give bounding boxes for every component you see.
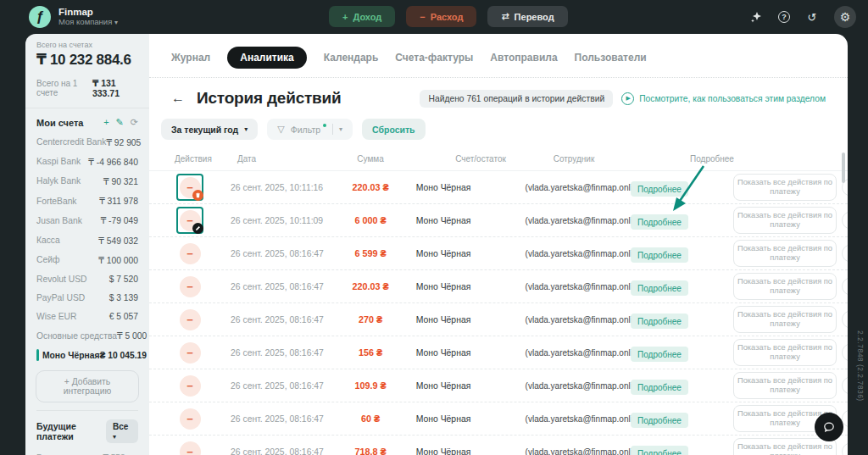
- cancel-button[interactable]: Отмена: [842, 278, 848, 296]
- show-all-actions-button[interactable]: Показать все действия по платежу: [733, 339, 837, 366]
- details-badge[interactable]: Подробнее: [631, 413, 688, 428]
- nav-tab[interactable]: Журнал: [171, 52, 210, 64]
- account-list-item[interactable]: PayPal USD $ 3 139: [25, 289, 149, 308]
- transfer-button[interactable]: ⇄Перевод: [487, 6, 567, 27]
- show-all-actions-button[interactable]: Показать все действия по платежу: [733, 174, 837, 201]
- future-row: Будущие доходы ▾ ₸ 558 000: [25, 448, 149, 455]
- help-icon[interactable]: ?: [778, 11, 790, 23]
- table-header-row: Действия Дата Сумма Счет/остаток Сотрудн…: [149, 152, 848, 170]
- show-all-actions-button[interactable]: Показать все действия по платежу: [733, 372, 837, 399]
- account-list-item[interactable]: Halyk Bank ₸ 90 321: [25, 171, 149, 191]
- income-button[interactable]: +Доход: [329, 6, 395, 27]
- add-account-icon[interactable]: +: [103, 117, 108, 128]
- nav-tab[interactable]: Счета-фактуры: [395, 52, 473, 64]
- account-list-item[interactable]: Сейф ₸ 100 000: [25, 250, 149, 269]
- expense-minus-icon[interactable]: −: [180, 342, 201, 363]
- company-selector[interactable]: Моя компания ▾: [58, 17, 118, 27]
- table-row: − 26 сент. 2025, 08:16:47 718.8 ₴ Моно Ч…: [149, 436, 848, 455]
- expense-button[interactable]: −Расход: [406, 6, 476, 27]
- show-all-actions-button[interactable]: Показать все действия по платежу: [733, 273, 837, 300]
- expense-minus-icon[interactable]: −: [180, 408, 201, 430]
- account-balance: ₸ 90 321: [103, 176, 138, 186]
- cancel-button[interactable]: Отмена: [842, 245, 848, 263]
- add-integration-button[interactable]: + Добавить интеграцию: [36, 370, 139, 402]
- finmap-logo-icon[interactable]: ƒ: [29, 6, 51, 28]
- cancel-button[interactable]: Отмена: [842, 443, 848, 455]
- details-badge[interactable]: Подробнее: [631, 181, 688, 197]
- row-account: Моно Чёрная: [416, 315, 471, 325]
- action-icon-highlight-box: −: [176, 207, 203, 234]
- left-dark-strip: [0, 34, 25, 455]
- cancel-button[interactable]: Отмена: [842, 212, 848, 230]
- total-on-accounts-label: Всего на счетах: [36, 41, 138, 49]
- expense-minus-icon[interactable]: −: [180, 243, 201, 264]
- sparkle-icon[interactable]: [748, 9, 764, 25]
- chevron-down-icon: ▾: [339, 125, 342, 133]
- show-all-actions-button[interactable]: Показать все действия по платежу: [733, 240, 837, 267]
- row-amount: 6 599 ₴: [354, 248, 386, 258]
- cancel-button[interactable]: Отмена: [842, 344, 848, 362]
- chevron-down-icon: ▾: [244, 125, 248, 133]
- cancel-button[interactable]: Отмена: [842, 311, 848, 329]
- account-list-item[interactable]: Kaspi Bank ₸ -4 966 840: [25, 152, 149, 171]
- account-list-item[interactable]: Centercredit Bank ₸ 92 905: [25, 132, 149, 152]
- account-list-item[interactable]: Wise EUR € 5 057: [25, 308, 149, 326]
- account-balance: € 5 057: [109, 312, 138, 321]
- nav-tab[interactable]: Автоправила: [490, 52, 557, 64]
- account-list-item[interactable]: ForteBank ₸ 311 978: [25, 191, 149, 211]
- show-all-actions-button[interactable]: Показать все действия по платежу: [733, 438, 837, 455]
- account-name: Касса: [36, 236, 60, 245]
- show-all-actions-button[interactable]: Показать все действия по платежу: [733, 207, 837, 234]
- details-badge[interactable]: Подробнее: [631, 280, 688, 296]
- nav-tab[interactable]: Пользователи: [575, 52, 647, 64]
- reset-filters-button[interactable]: Сбросить: [362, 119, 426, 140]
- future-filter-dropdown[interactable]: Все ▾: [106, 419, 138, 443]
- row-date: 26 сент. 2025, 08:16:47: [231, 414, 324, 424]
- row-amount: 718.8 ₴: [354, 447, 386, 455]
- future-payments-title: Будущие платежи: [36, 421, 106, 441]
- row-amount: 6 000 ₴: [354, 215, 386, 225]
- row-amount: 156 ₴: [359, 347, 382, 358]
- account-list-item[interactable]: Касса ₸ 549 032: [25, 230, 149, 250]
- back-arrow-icon[interactable]: ←: [171, 91, 185, 106]
- account-list-item[interactable]: Revolut USD $ 7 520: [25, 269, 149, 288]
- row-employee: (vlada.yaretska@finmap.online): [526, 282, 645, 291]
- howto-link[interactable]: ▶ Посмотрите, как пользоваться этим разд…: [621, 92, 826, 105]
- row-account: Моно Чёрная: [416, 216, 471, 225]
- filter-dropdown[interactable]: ▽ Фильтр ▾: [267, 119, 353, 140]
- expense-minus-icon[interactable]: −: [180, 375, 201, 397]
- chat-button[interactable]: [815, 413, 843, 441]
- account-balance: $ 7 520: [109, 275, 138, 284]
- expense-minus-icon[interactable]: −: [180, 441, 201, 455]
- details-badge[interactable]: Подробнее: [631, 380, 688, 395]
- cancel-button[interactable]: Отмена: [842, 377, 848, 395]
- row-amount: 220.03 ₴: [352, 182, 388, 192]
- chevron-down-icon: ▾: [114, 19, 118, 26]
- details-badge[interactable]: Подробнее: [631, 314, 688, 329]
- refresh-accounts-icon[interactable]: ⟳: [131, 117, 138, 128]
- period-filter-dropdown[interactable]: За текущий год▾: [161, 119, 258, 140]
- gear-icon[interactable]: ⚙: [834, 6, 856, 28]
- account-list-item[interactable]: Jusan Bank ₸ -79 049: [25, 211, 149, 230]
- edit-accounts-icon[interactable]: ✎: [116, 117, 124, 128]
- row-amount: 220.03 ₴: [352, 281, 388, 291]
- expense-minus-icon[interactable]: −: [180, 276, 201, 297]
- history-icon[interactable]: ↺: [804, 9, 820, 25]
- nav-tab[interactable]: Календарь: [324, 52, 379, 64]
- details-badge[interactable]: Подробнее: [631, 247, 688, 263]
- col-header-actions: Действия: [175, 154, 212, 164]
- row-account: Моно Чёрная: [416, 447, 471, 455]
- nav-tab[interactable]: Аналитика: [227, 47, 307, 69]
- expense-minus-icon[interactable]: −: [180, 309, 201, 330]
- details-badge[interactable]: Подробнее: [631, 347, 688, 362]
- row-employee: (vlada.yaretska@finmap.online): [526, 183, 645, 192]
- account-list-item[interactable]: Основные средства ₸ 5 000 000: [25, 326, 149, 346]
- details-badge[interactable]: Подробнее: [631, 214, 688, 230]
- row-date: 26 сент. 2025, 10:11:09: [231, 216, 323, 225]
- brand-title: Finmap: [58, 7, 118, 17]
- show-all-actions-button[interactable]: Показать все действия по платежу: [733, 306, 837, 333]
- action-icon-highlight-box: −: [176, 273, 203, 300]
- table-scrollbar[interactable]: [842, 153, 845, 183]
- account-list-item[interactable]: Моно Чёрная ₴ 10 045.19: [25, 346, 149, 364]
- details-badge[interactable]: Подробнее: [631, 446, 688, 455]
